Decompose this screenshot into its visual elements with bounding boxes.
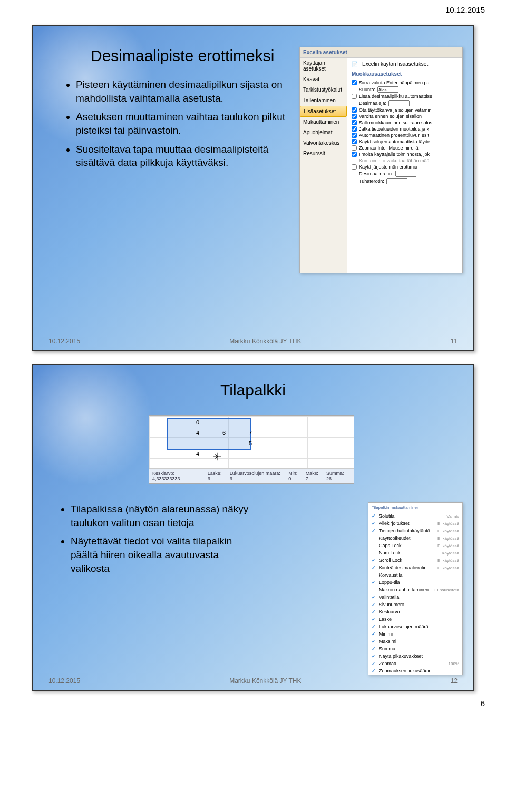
menu-item-label: Tietojen hallintakäytäntö [379, 528, 430, 533]
option-label: Zoomaa IntelliMouse-hiirellä [359, 145, 419, 151]
cell-value: 4 [178, 430, 199, 436]
context-menu-item[interactable]: ✓Lukuarvosolujen määrä [368, 623, 462, 630]
excel-sidebar-item[interactable]: Resurssit [300, 148, 347, 159]
excel-option-row: Automaattinen prosenttiluvun esit [352, 133, 458, 138]
menu-item-label: Lukuarvosolujen määrä [379, 624, 429, 629]
context-menu-item[interactable]: ✓Näytä pikakuvakkeet [368, 652, 462, 660]
option-input[interactable] [388, 100, 410, 106]
option-input[interactable] [377, 86, 398, 93]
context-menu-item[interactable]: ✓Summa [368, 645, 462, 652]
context-menu-header: Tilapalkin mukauttaminen [372, 505, 419, 510]
excel-option-row: Kun toiminto vaikuttaa tähän mää [352, 158, 458, 163]
option-checkbox[interactable] [352, 145, 357, 151]
context-menu-item[interactable]: Num LockKäytössä [368, 549, 462, 557]
check-icon: ✓ [372, 528, 377, 533]
check-icon: ✓ [372, 653, 377, 659]
excel-option-row: Desimaalierotin: [352, 171, 458, 177]
slide1-footer-num: 11 [451, 338, 458, 345]
menu-item-label: Summa [379, 646, 395, 651]
excel-dialog-title: Excelin asetukset [300, 47, 462, 58]
option-checkbox[interactable] [352, 120, 357, 125]
context-menu-item[interactable]: ✓Zoomaa100% [368, 660, 462, 667]
check-icon: ✓ [372, 595, 377, 600]
excel-sidebar-item[interactable]: Kaavat [300, 74, 347, 85]
option-checkbox[interactable] [352, 126, 357, 132]
context-menu-item[interactable]: ✓AllekirjoituksetEi käytössä [368, 520, 462, 527]
cell-value: 7 [231, 430, 252, 436]
option-checkbox[interactable] [352, 152, 357, 157]
excel-settings-sidebar: Käyttäjän asetuksetKaavatTarkistustyökal… [300, 58, 347, 273]
check-icon: ✓ [372, 617, 377, 622]
menu-item-label: Allekirjoitukset [379, 521, 410, 526]
excel-sidebar-item[interactable]: Tarkistustyökalut [300, 85, 347, 95]
context-menu-item[interactable]: Korvaustila [368, 571, 462, 579]
option-sublabel: Desimaalierotin: [359, 171, 393, 176]
option-label: Käytä järjestelmän erottimia [359, 164, 417, 170]
menu-item-right: Ei käytössä [437, 529, 459, 533]
status-item: Maks: 7 [306, 471, 322, 481]
menu-item-label: Maksimi [379, 639, 396, 644]
context-menu-item[interactable]: ✓Kiinteä desimaalierotinEi käytössä [368, 564, 462, 571]
check-icon: ✓ [372, 565, 377, 570]
option-checkbox[interactable] [352, 107, 357, 113]
context-menu-item[interactable]: Caps LockEi käytössä [368, 542, 462, 549]
option-label: Ota täyttökahva ja solujen vetämin [359, 107, 432, 113]
slide-1: Desimaalipiste erottimeksi Pisteen käytt… [32, 25, 474, 351]
menu-item-label: Laske [379, 617, 392, 622]
context-menu-item[interactable]: ✓Laske [368, 616, 462, 623]
excel-option-row: Tuhaterotin: [352, 178, 458, 184]
option-input[interactable] [386, 178, 407, 184]
slide2-footer-author: Markku Könkkölä JY THK [80, 677, 451, 685]
option-checkbox[interactable] [352, 164, 357, 170]
excel-sidebar-item[interactable]: Mukauttaminen [300, 117, 347, 127]
excel-sidebar-item[interactable]: Apuohjelmat [300, 127, 347, 138]
slide1-bullet: Pisteen käyttäminen desimaalipilkun sija… [76, 78, 294, 105]
option-checkbox[interactable] [352, 94, 357, 99]
menu-item-label: Minimi [379, 631, 393, 637]
option-label: Salli muokkaaminen suoraan solus [359, 120, 432, 125]
check-icon: ✓ [372, 521, 377, 526]
context-menu-item[interactable]: ✓Tietojen hallintakäytäntöEi käytössä [368, 527, 462, 534]
context-menu-item[interactable]: ✓Maksimi [368, 638, 462, 645]
context-menu-item[interactable]: ✓Minimi [368, 630, 462, 638]
option-input[interactable] [395, 171, 416, 177]
slide1-bullet: Suositeltava tapa muuttaa desimaalipiste… [76, 143, 294, 170]
excel-sidebar-item[interactable]: Lisäasetukset [300, 106, 347, 117]
slide2-footer-date: 10.12.2015 [48, 677, 80, 685]
slide1-bullets: Pisteen käyttäminen desimaalipilkun sija… [64, 78, 294, 170]
context-menu-item[interactable]: KäyttöoikeudetEi käytössä [368, 534, 462, 542]
context-menu-item[interactable]: ✓SolutilaValmis [368, 512, 462, 520]
option-sublabel: Suunta: [359, 87, 375, 92]
context-menu-item[interactable]: ✓Zoomauksen liukusäädin [368, 667, 462, 675]
context-menu-item[interactable]: Makron nauhoittaminenEi nauhoiteta [368, 586, 462, 593]
excel-settings-dialog: Excelin asetukset Käyttäjän asetuksetKaa… [299, 47, 463, 273]
option-checkbox[interactable] [352, 133, 357, 138]
menu-item-label: Sivunumero [379, 602, 404, 607]
check-icon: ✓ [372, 624, 377, 629]
menu-item-label: Näytä pikakuvakkeet [379, 653, 423, 659]
option-subtext: Kun toiminto vaikuttaa tähän mää [359, 158, 430, 163]
slide1-footer-date: 10.12.2015 [48, 338, 80, 345]
menu-item-label: Scroll Lock [379, 558, 402, 563]
excel-option-row: Ota täyttökahva ja solujen vetämin [352, 107, 458, 113]
excel-options-list: Siirrä valinta Enter-näppäimen paiSuunta… [352, 80, 458, 184]
option-checkbox[interactable] [352, 114, 357, 119]
context-menu-item[interactable]: ✓Sivunumero [368, 601, 462, 608]
context-menu-item[interactable]: ✓Loppu-tila [368, 579, 462, 586]
context-menu-item[interactable]: ✓Keskiarvo [368, 608, 462, 616]
option-checkbox[interactable] [352, 139, 357, 144]
slide2-footer-num: 12 [451, 677, 458, 685]
context-menu-item[interactable]: ✓Scroll LockEi käytössä [368, 557, 462, 564]
excel-sidebar-item[interactable]: Käyttäjän asetukset [300, 58, 347, 74]
cell-value: 5 [231, 440, 252, 447]
context-menu-item[interactable]: ✓Valintatila [368, 593, 462, 601]
check-icon: ✓ [372, 602, 377, 607]
option-checkbox[interactable] [352, 80, 357, 85]
menu-item-label: Kiinteä desimaalierotin [379, 565, 427, 570]
menu-item-label: Zoomaa [379, 661, 396, 666]
check-icon: ✓ [372, 631, 377, 637]
menu-item-right: Ei käytössä [437, 543, 459, 548]
excel-sidebar-item[interactable]: Valvontakeskus [300, 138, 347, 148]
excel-sidebar-item[interactable]: Tallentaminen [300, 95, 347, 106]
menu-item-label: Korvaustila [379, 572, 403, 578]
